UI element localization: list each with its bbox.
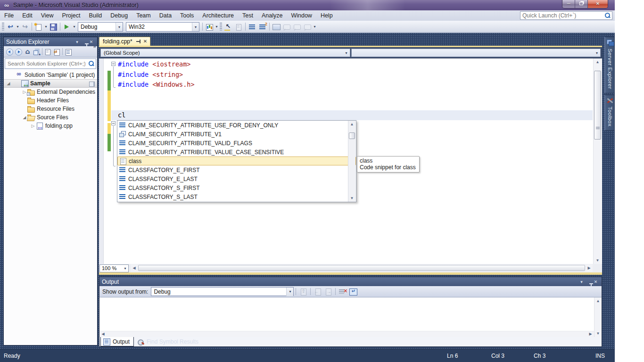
window-position-menu-icon[interactable]: ▾	[74, 38, 81, 46]
intellisense-item[interactable]: CLAIM_SECURITY_ATTRIBUTE_VALUE_CASE_SENS…	[117, 148, 356, 156]
tree-expander-icon[interactable]: ◢	[6, 81, 11, 86]
sync-with-active-document-icon[interactable]	[52, 48, 61, 56]
autohide-tab[interactable]: Toolbox	[604, 95, 615, 131]
titlebar[interactable]: ∞ Sample - Microsoft Visual Studio (Admi…	[0, 0, 615, 10]
document-tab-folding-cpp[interactable]: folding.cpp* ✕	[99, 37, 150, 46]
fold-marker[interactable]	[111, 121, 116, 125]
clear-all-icon[interactable]	[338, 288, 347, 296]
comment-bubble-icon[interactable]	[282, 23, 291, 31]
toolbar-overflow-icon[interactable]: ▾	[313, 23, 317, 31]
tree-row[interactable]: ◢ Source Files	[4, 113, 97, 122]
menu-item[interactable]: Help	[316, 10, 337, 21]
editor-body[interactable]: #include <iostream>#include <string>#inc…	[99, 58, 602, 264]
configuration-manager-icon[interactable]	[205, 23, 214, 31]
toolbar-grip[interactable]	[220, 23, 222, 31]
properties-icon[interactable]	[64, 48, 73, 56]
panel-tab[interactable]: Find Symbol Results	[135, 337, 202, 346]
code-line[interactable]	[111, 100, 593, 110]
output-content[interactable]: ▲ ▼ ◀ ▶	[99, 297, 602, 337]
chevron-down-icon[interactable]: ▾	[122, 266, 128, 271]
outline-region-icon[interactable]	[272, 23, 281, 31]
menu-item[interactable]: Data	[155, 10, 176, 21]
toolbar-overflow-icon[interactable]: ▾	[215, 23, 219, 31]
close-icon[interactable]: ✕	[592, 278, 599, 286]
intellisense-item[interactable]: CLAIM_SECURITY_ATTRIBUTE_VALID_FLAGS	[117, 139, 356, 148]
zoom-dropdown[interactable]: 100 % ▾	[99, 264, 129, 272]
scroll-down-icon[interactable]: ▼	[594, 257, 602, 264]
tree-row[interactable]: Solution 'Sample' (1 project)	[4, 71, 97, 79]
menu-item[interactable]: Window	[287, 10, 316, 21]
collapse-to-definitions-icon[interactable]	[258, 23, 267, 31]
menu-item[interactable]: Team	[132, 10, 155, 21]
tree-expander-icon[interactable]: ◢	[22, 115, 27, 120]
member-dropdown[interactable]: ▾	[351, 49, 601, 57]
scroll-right-icon[interactable]: ▶	[587, 331, 594, 337]
code-line[interactable]: #include <string>	[111, 70, 593, 80]
intellisense-item[interactable]: CLASSFACTORY_S_FIRST	[117, 183, 356, 192]
solution-platform-combo[interactable]: Win32 ▾	[126, 22, 199, 32]
close-icon[interactable]: ✕	[143, 39, 147, 44]
start-debugging-icon[interactable]	[62, 23, 72, 31]
code-line[interactable]: cl	[111, 110, 593, 121]
home-icon[interactable]	[23, 48, 32, 56]
menu-item[interactable]: Edit	[18, 10, 37, 21]
select-tool-icon[interactable]	[223, 23, 233, 31]
toggle-outlining-icon[interactable]	[248, 23, 257, 31]
menu-item[interactable]: Debug	[106, 10, 132, 21]
toolbar-overflow-icon[interactable]: ”	[93, 46, 96, 51]
editor-vertical-scrollbar[interactable]: ▲ ▼	[593, 58, 602, 264]
code-line[interactable]: #include <Windows.h>	[111, 80, 593, 90]
output-titlebar[interactable]: Output ▾ ✕	[99, 277, 602, 286]
next-message-icon[interactable]	[323, 288, 333, 296]
navigate-backward-icon[interactable]	[6, 23, 15, 31]
intellisense-scrollbar[interactable]: ▲ ▼	[348, 121, 355, 202]
previous-message-icon[interactable]	[313, 288, 322, 296]
scroll-down-icon[interactable]: ▼	[594, 330, 602, 337]
comment-bubble-icon[interactable]	[292, 23, 302, 31]
intellisense-item[interactable]: class	[117, 156, 356, 165]
scrollbar-thumb[interactable]	[594, 71, 601, 140]
scrollbar-thumb[interactable]	[138, 265, 585, 271]
close-icon[interactable]: ✕	[88, 38, 95, 46]
navigate-forward-icon[interactable]	[20, 23, 30, 31]
scrollbar-thumb[interactable]	[349, 132, 355, 139]
fold-marker[interactable]	[111, 62, 116, 66]
code-area[interactable]: #include <iostream>#include <string>#inc…	[111, 59, 593, 120]
chevron-down-icon[interactable]: ▾	[594, 51, 600, 55]
code-line[interactable]: #include <iostream>	[111, 59, 593, 70]
code-line[interactable]	[111, 90, 593, 100]
restore-button[interactable]	[575, 0, 588, 8]
menu-item[interactable]: Test	[238, 10, 257, 21]
quick-launch-input[interactable]	[520, 12, 604, 19]
dropdown-caret-icon[interactable]: ▾	[44, 23, 48, 31]
menu-item[interactable]: Architecture	[198, 10, 238, 21]
add-new-item-icon[interactable]	[34, 23, 43, 31]
intellisense-item[interactable]: CLAIM_SECURITY_ATTRIBUTE_V1	[117, 130, 356, 139]
window-position-menu-icon[interactable]: ▾	[578, 278, 585, 286]
toolbar-grip[interactable]	[2, 23, 4, 31]
chevron-down-icon[interactable]: ▾	[116, 23, 123, 31]
tree-row[interactable]: ▷ folding.cpp	[4, 122, 97, 130]
menu-item[interactable]: Analyze	[257, 10, 287, 21]
close-button[interactable]: ✕	[588, 0, 608, 8]
comment-bubble-icon[interactable]	[303, 23, 312, 31]
scroll-right-icon[interactable]: ▶	[586, 264, 593, 272]
tree-expander-icon[interactable]: ▷	[30, 123, 36, 128]
intellisense-item[interactable]: CLASSFACTORY_S_LAST	[117, 192, 356, 201]
scroll-left-icon[interactable]: ◀	[131, 264, 138, 272]
tree-row[interactable]: ◢ Sample	[4, 79, 97, 88]
goto-message-icon[interactable]	[298, 288, 308, 296]
intellisense-item[interactable]: CLAIM_SECURITY_ATTRIBUTE_USE_FOR_DENY_ON…	[117, 121, 356, 130]
scroll-up-icon[interactable]: ▲	[594, 58, 602, 66]
solution-explorer-titlebar[interactable]: Solution Explorer ▾ ✕	[4, 37, 97, 46]
panel-tab[interactable]: Output	[100, 337, 134, 346]
collapse-all-icon[interactable]	[32, 48, 41, 56]
editor-horizontal-scrollbar[interactable]: ◀ ▶	[131, 264, 593, 272]
scope-dropdown[interactable]: (Global Scope) ▾	[100, 49, 350, 57]
scroll-up-icon[interactable]: ▲	[594, 297, 602, 304]
scroll-up-icon[interactable]: ▲	[348, 121, 355, 128]
tree-row[interactable]: ▷ External Dependencies	[4, 88, 97, 96]
menu-item[interactable]: Tools	[176, 10, 198, 21]
show-all-files-icon[interactable]	[43, 48, 52, 56]
menu-item[interactable]: Build	[84, 10, 106, 21]
